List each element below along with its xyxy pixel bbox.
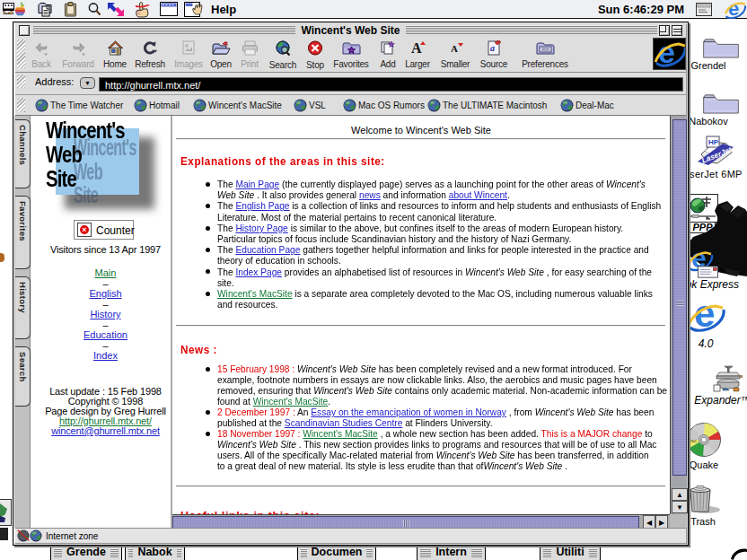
svg-text:HP: HP <box>708 138 719 146</box>
svg-text:A: A <box>451 43 458 54</box>
svg-text:A: A <box>411 40 422 56</box>
svg-text:a: a <box>490 43 495 53</box>
